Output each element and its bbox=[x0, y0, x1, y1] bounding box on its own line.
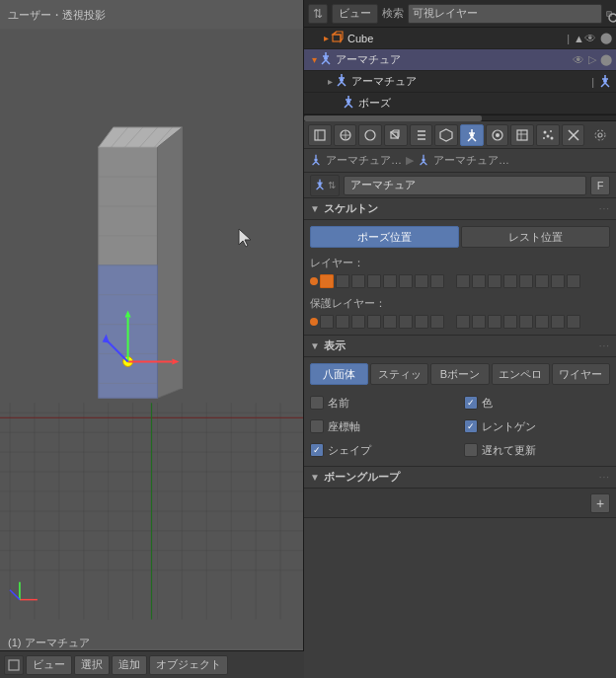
protect-cell-11[interactable] bbox=[488, 315, 501, 329]
svg-rect-122 bbox=[9, 660, 19, 670]
object-props-icon[interactable] bbox=[384, 124, 408, 146]
checkbox-name[interactable] bbox=[310, 396, 324, 410]
display-tab-stick[interactable]: スティッ bbox=[370, 363, 428, 385]
layer-group-2 bbox=[456, 274, 580, 288]
skeleton-section-header[interactable]: ▼ スケルトン ··· bbox=[304, 198, 616, 220]
protect-cell-14[interactable] bbox=[535, 315, 549, 329]
datablock-name-field[interactable]: アーマチュア bbox=[344, 176, 586, 195]
data-props-icon[interactable] bbox=[460, 124, 484, 146]
outliner-item-armature-data[interactable]: ▸ アーマチュア | bbox=[304, 71, 616, 93]
select-menu-btn[interactable]: 選択 bbox=[74, 655, 110, 675]
view-menu-btn-bottom[interactable]: ビュー bbox=[26, 655, 72, 675]
layer-cell-16[interactable] bbox=[567, 274, 580, 288]
cube-visibility-icon[interactable]: 👁 bbox=[584, 32, 596, 45]
checkbox-delay[interactable] bbox=[464, 443, 478, 457]
view-menu-btn[interactable]: ビュー bbox=[332, 4, 378, 24]
search-icon[interactable] bbox=[606, 11, 612, 17]
outliner-item-pose[interactable]: ボーズ bbox=[304, 93, 616, 114]
svg-line-60 bbox=[322, 60, 326, 64]
armature-visibility-icon[interactable]: 👁 bbox=[573, 53, 584, 67]
datablock-fake-user-btn[interactable]: F bbox=[590, 176, 610, 195]
layer-cell-7[interactable] bbox=[415, 274, 428, 288]
outliner-item-armature[interactable]: ▾ アーマチュア 👁 ▷ ⬤ bbox=[304, 49, 616, 71]
checkbox-item-name: 名前 bbox=[310, 393, 456, 413]
layer-cell-4[interactable] bbox=[367, 274, 381, 288]
search-btn[interactable]: 検索 bbox=[382, 6, 404, 21]
layer-cell-2[interactable] bbox=[336, 274, 349, 288]
breadcrumb-item1[interactable]: アーマチュア… bbox=[326, 153, 402, 168]
checkbox-shape[interactable] bbox=[310, 443, 324, 457]
layer-cell-5[interactable] bbox=[383, 274, 397, 288]
protect-cell-3[interactable] bbox=[351, 315, 365, 329]
constraints-props-icon[interactable] bbox=[410, 124, 433, 146]
armature-render2-icon[interactable]: ⬤ bbox=[600, 53, 612, 66]
protect-cell-6[interactable] bbox=[399, 315, 413, 329]
checkbox-color[interactable] bbox=[464, 396, 478, 410]
protect-cell-1[interactable] bbox=[320, 315, 334, 329]
layer-cell-6[interactable] bbox=[399, 274, 413, 288]
protect-cell-4[interactable] bbox=[367, 315, 381, 329]
protect-cell-15[interactable] bbox=[551, 315, 565, 329]
display-tab-envelope[interactable]: エンペロ bbox=[492, 363, 550, 385]
display-tab-wire[interactable]: ワイヤー bbox=[552, 363, 610, 385]
texture-props-icon[interactable] bbox=[510, 124, 534, 146]
layer-cell-11[interactable] bbox=[488, 274, 501, 288]
breadcrumb-item2[interactable]: アーマチュア… bbox=[433, 153, 509, 168]
layer-cell-8[interactable] bbox=[430, 274, 444, 288]
object-menu-btn[interactable]: オブジェクト bbox=[149, 655, 228, 675]
particles-props-icon[interactable] bbox=[536, 124, 560, 146]
layer-cell-1[interactable] bbox=[320, 274, 334, 288]
display-tab-bbone[interactable]: Bボーン bbox=[430, 363, 489, 385]
protect-cell-10[interactable] bbox=[472, 315, 486, 329]
display-section-header[interactable]: ▼ 表示 ··· bbox=[304, 336, 616, 357]
datablock-arrows[interactable]: ⇅ bbox=[328, 180, 336, 190]
viewport-label: ユーザー・透視投影 bbox=[8, 8, 106, 23]
svg-line-120 bbox=[320, 186, 323, 188]
svg-point-100 bbox=[543, 130, 546, 133]
protect-cell-13[interactable] bbox=[519, 315, 533, 329]
protect-group-2 bbox=[456, 315, 580, 329]
modifier-props-icon[interactable] bbox=[434, 124, 458, 146]
outliner-item-cube[interactable]: ▸ Cube | ▲ 👁 ⬤ bbox=[304, 28, 616, 49]
add-bone-group-btn[interactable]: + bbox=[590, 493, 610, 513]
protect-cell-2[interactable] bbox=[336, 315, 349, 329]
protect-cell-16[interactable] bbox=[567, 315, 580, 329]
checkbox-axis[interactable] bbox=[310, 419, 324, 433]
svg-point-96 bbox=[496, 133, 500, 137]
display-tab-octahedral[interactable]: 八面体 bbox=[310, 363, 368, 385]
layer-dropdown[interactable]: 可視レイヤー bbox=[408, 4, 602, 24]
protect-cell-8[interactable] bbox=[430, 315, 444, 329]
pose-position-btn[interactable]: ポーズ位置 bbox=[310, 226, 459, 248]
bone-groups-section-header[interactable]: ▼ ボーングループ ··· bbox=[304, 467, 616, 489]
protect-cell-5[interactable] bbox=[383, 315, 397, 329]
layer-cell-10[interactable] bbox=[472, 274, 486, 288]
layer-cell-9[interactable] bbox=[456, 274, 470, 288]
skeleton-content: ポーズ位置 レスト位置 レイヤー： bbox=[304, 220, 616, 336]
scene-props-icon[interactable] bbox=[334, 124, 357, 146]
physics-props-icon[interactable] bbox=[562, 124, 585, 146]
protect-cell-12[interactable] bbox=[503, 315, 517, 329]
render-props-icon[interactable] bbox=[308, 124, 332, 146]
cube-mesh-icon bbox=[331, 30, 345, 46]
layer-cell-13[interactable] bbox=[519, 274, 533, 288]
material-props-icon[interactable] bbox=[486, 124, 509, 146]
checkbox-item-delay: 遅れて更新 bbox=[464, 440, 610, 460]
layer-cell-15[interactable] bbox=[551, 274, 565, 288]
layer-cell-3[interactable] bbox=[351, 274, 365, 288]
checkbox-xray[interactable] bbox=[464, 419, 478, 433]
viewport-mode-icon[interactable] bbox=[4, 655, 24, 675]
right-panel: ⇅ ビュー 検索 可視レイヤー ▸ bbox=[304, 0, 616, 678]
layer-cell-14[interactable] bbox=[535, 274, 549, 288]
layer-cell-12[interactable] bbox=[503, 274, 517, 288]
world-props-icon[interactable] bbox=[358, 124, 382, 146]
svg-marker-89 bbox=[440, 129, 452, 141]
cube-render-icon[interactable]: ⬤ bbox=[600, 32, 612, 44]
properties-scroll[interactable]: アーマチュア… ▶ アーマチュア… bbox=[304, 149, 616, 678]
protect-cell-9[interactable] bbox=[456, 315, 470, 329]
armature-render-icon[interactable]: ▷ bbox=[588, 53, 596, 66]
rest-position-btn[interactable]: レスト位置 bbox=[461, 226, 610, 248]
settings-icon[interactable] bbox=[588, 124, 612, 146]
add-menu-btn[interactable]: 追加 bbox=[112, 655, 147, 675]
svg-line-112 bbox=[316, 161, 319, 164]
protect-cell-7[interactable] bbox=[415, 315, 428, 329]
